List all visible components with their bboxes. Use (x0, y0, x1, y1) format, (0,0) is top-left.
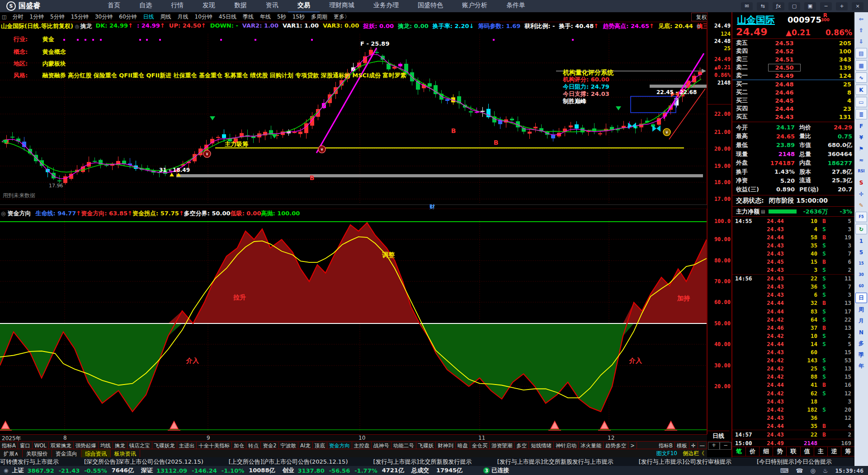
quote-tab-逆[interactable]: 逆 (828, 447, 841, 456)
keyboard-icon[interactable]: ⌨ (780, 467, 788, 474)
money-icon[interactable]: ¥ (856, 133, 867, 142)
zoom-out-button[interactable]: − (720, 442, 731, 450)
period-5分钟[interactable]: 5分钟 (47, 13, 68, 21)
indicator-dropdown-icon[interactable]: ◎ (75, 24, 80, 29)
panel-layout-icon[interactable]: ◫ (2, 14, 6, 20)
news-item[interactable]: [发行与上市提示]公司发行审核提示 (639, 458, 731, 466)
period-多周期[interactable]: 多周期 (308, 13, 330, 21)
indicator-tab-暗盘[interactable]: 暗盘 (456, 442, 470, 449)
indicator-tab-全仓买[interactable]: 全仓买 (470, 442, 490, 449)
tick-row[interactable]: 15:0024.492148169 (732, 439, 855, 447)
theme-icon[interactable]: ▣ (804, 2, 816, 10)
depth-row-卖三[interactable]: 卖三24.51343 (732, 55, 855, 63)
kline-icon[interactable]: K (855, 85, 867, 95)
depth-row-卖一[interactable]: 卖一24.49124 (732, 71, 855, 80)
indicator-tab-战神号[interactable]: 战神号 (372, 442, 392, 449)
table-icon[interactable]: ▦ (855, 60, 867, 71)
period-60分钟[interactable]: 60分钟 (116, 13, 140, 21)
region-value[interactable]: 内蒙板块 (42, 60, 66, 67)
period-30[interactable]: 30 (856, 270, 867, 280)
indicator-tab->[interactable]: > (628, 442, 637, 449)
period-month[interactable]: 月 (856, 316, 867, 326)
phone-icon[interactable]: ☎ (796, 467, 803, 474)
tick-row[interactable]: 24.4414S5 (732, 340, 855, 348)
indicator-tab-转点[interactable]: 转点 (246, 442, 261, 449)
depth-row-买一[interactable]: 买一24.4825 (732, 80, 855, 88)
market-status-icon[interactable]: ◉ (4, 467, 8, 474)
target-icon[interactable]: ◎ (810, 467, 815, 474)
indicator-tab-冰火量能[interactable]: 冰火量能 (579, 442, 604, 449)
indicator-tab-动能二号[interactable]: 动能二号 (392, 442, 416, 449)
s-icon[interactable]: S (856, 178, 867, 187)
indicator-tab-WOL[interactable]: WOL (33, 442, 49, 449)
period-multi[interactable]: 多 (856, 339, 867, 348)
indicator-tab-飞碟妖龙[interactable]: 飞碟妖龙 (152, 442, 177, 449)
indicator-tab-擒龙[interactable]: 擒龙 (113, 442, 127, 449)
tick-row[interactable]: 24.4441B16 (732, 381, 855, 389)
wave-icon[interactable]: ≈ (856, 155, 867, 165)
indicator-tab-right-指标B[interactable]: 指标B (657, 442, 675, 449)
menu-item-发现[interactable]: 发现 (193, 0, 225, 12)
tick-row[interactable]: 14:5724.4322B2 (732, 430, 855, 438)
quote-tab-筹[interactable]: 筹 (841, 447, 855, 456)
depth-row-卖四[interactable]: 卖四24.52100 (732, 47, 855, 55)
period-日线[interactable]: 日线 (140, 13, 157, 21)
menu-item-条件单[interactable]: 条件单 (497, 0, 535, 12)
indicator-tab-多空[interactable]: 多空 (514, 442, 529, 449)
doc-icon[interactable]: ▭ (855, 97, 867, 107)
tick-row[interactable]: 24.433S2 (732, 266, 855, 274)
tick-row[interactable]: 24.4435B4 (732, 422, 855, 430)
period-15分钟[interactable]: 15分钟 (68, 13, 92, 21)
period-year[interactable]: 年 (856, 361, 867, 371)
menu-item-国盛特色[interactable]: 国盛特色 (408, 0, 453, 12)
style-tags[interactable]: 融资融券 高分红股 保险重仓 QFII重仓 QFII新进 社保重仓 基金重仓 私… (42, 72, 406, 79)
indicator-tab-窗口[interactable]: 窗口 (18, 442, 33, 449)
quote-tab-值[interactable]: 值 (801, 447, 814, 456)
news-item[interactable]: [深交所公告]深市上市公司公告(2025.12.15) (84, 458, 203, 466)
depth-row-买二[interactable]: 买二24.468 (732, 88, 855, 96)
menu-item-数据[interactable]: 数据 (225, 0, 256, 12)
period-季线[interactable]: 季线 (240, 13, 257, 21)
tick-row[interactable]: 24.4335S3 (732, 241, 855, 249)
period-周线[interactable]: 周线 (157, 13, 175, 21)
indicator-tab-镇店之宝[interactable]: 镇店之宝 (127, 442, 152, 449)
tick-row[interactable]: 24.4288S15 (732, 373, 855, 381)
quote-tab-细[interactable]: 细 (760, 447, 773, 456)
fn-icon[interactable]: F (856, 121, 867, 131)
period-年线[interactable]: 年线 (257, 13, 274, 21)
menu-item-账户分析[interactable]: 账户分析 (453, 0, 497, 12)
sidebar-toggle[interactable]: 侧边栏《 (680, 450, 707, 457)
period-10分钟[interactable]: 10分钟 (192, 13, 216, 21)
period-60[interactable]: 60 (856, 281, 867, 291)
message-icon[interactable]: ✉ (741, 2, 753, 10)
period-30分钟[interactable]: 30分钟 (92, 13, 116, 21)
period-分时[interactable]: 分时 (9, 13, 26, 21)
fx-icon[interactable]: ƒx (773, 2, 784, 10)
menu-item-业务办理[interactable]: 业务办理 (364, 0, 408, 12)
back-icon[interactable]: ⇦ (856, 14, 867, 24)
monitor-icon[interactable]: ▢ (788, 2, 800, 10)
indicator-tab-财神到[interactable]: 财神到 (436, 442, 456, 449)
info-tab-资金流向[interactable]: 资金流向 (52, 450, 81, 458)
period-1[interactable]: 1 (856, 236, 867, 246)
depth-row-买四[interactable]: 买四24.4423 (732, 104, 855, 113)
tick-row[interactable]: 24.4262S12 (732, 389, 855, 397)
index-quote-深证[interactable]: 深证13112.09-146.24-1.10%10088亿 (141, 466, 283, 475)
period-15秒[interactable]: 15秒 (289, 13, 308, 21)
graphic-f10-button[interactable]: 图文F10 (654, 450, 680, 457)
period-n[interactable]: N (856, 328, 867, 337)
news-item[interactable]: [上交所公告]沪市上市公司公告(2025.12.15) (229, 458, 348, 466)
tick-row[interactable]: 24.4637B13 (732, 323, 855, 332)
news-item[interactable]: 可转债发行与上市提示 (0, 458, 59, 466)
info-tab-板块资讯[interactable]: 板块资讯 (111, 450, 140, 458)
settings-icon[interactable]: ⇆ (757, 2, 769, 10)
period-更多〉[interactable]: 更多〉 (330, 13, 353, 21)
menu-item-交易[interactable]: 交易 (288, 0, 320, 13)
indicator-tab-right-模板[interactable]: 模板 (675, 442, 689, 449)
tick-row[interactable]: 14:5524.4410B5 (732, 217, 855, 225)
tick-row[interactable]: 24.4483S17 (732, 307, 855, 315)
quote-tab-联[interactable]: 联 (787, 447, 800, 456)
index-quote-上证[interactable]: 上证3867.92-21.43-0.55%7646亿 (12, 466, 141, 475)
rsi-icon[interactable]: RSI (856, 166, 867, 176)
concept-value[interactable]: 黄金概念 (42, 48, 66, 55)
